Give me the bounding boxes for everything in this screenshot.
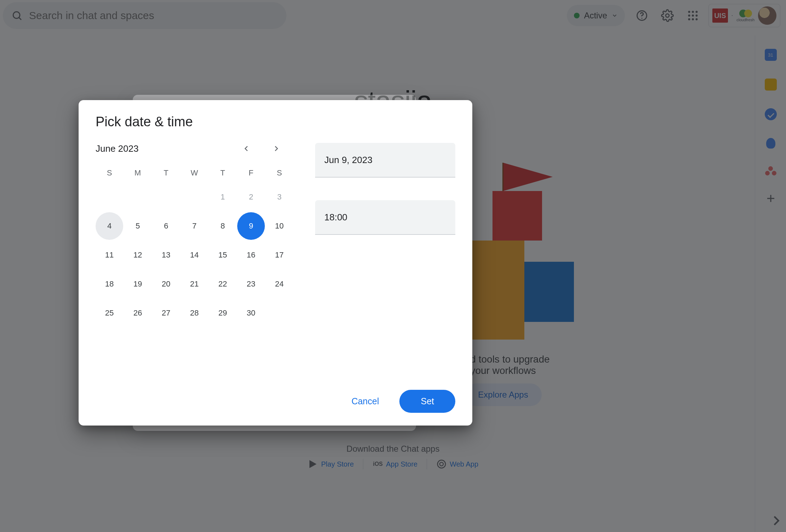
calendar-day[interactable]: 23	[237, 270, 265, 298]
calendar-day[interactable]: 9	[237, 212, 265, 240]
calendar-day[interactable]: 8	[209, 212, 237, 240]
calendar-day[interactable]: 13	[152, 241, 180, 269]
prev-month-button[interactable]	[239, 141, 254, 156]
calendar-day[interactable]: 19	[124, 270, 152, 298]
calendar: June 2023 SMTWTFS12345678910111213141516…	[96, 141, 283, 386]
datetime-inputs: Jun 9, 2023 18:00	[315, 141, 455, 386]
calendar-day[interactable]: 26	[124, 299, 152, 327]
calendar-day[interactable]: 20	[152, 270, 180, 298]
datetime-picker-dialog: Pick date & time June 2023 SMTWTFS123456…	[79, 100, 472, 426]
chevron-right-icon	[272, 145, 280, 152]
calendar-day[interactable]: 24	[266, 270, 293, 298]
calendar-day[interactable]: 21	[181, 270, 208, 298]
calendar-day[interactable]: 2	[237, 183, 265, 211]
calendar-day[interactable]: 10	[266, 212, 293, 240]
calendar-day[interactable]: 1	[209, 183, 237, 211]
calendar-dow: T	[209, 164, 237, 182]
calendar-day[interactable]: 16	[237, 241, 265, 269]
set-button[interactable]: Set	[399, 390, 455, 413]
calendar-month-label: June 2023	[96, 143, 138, 154]
cancel-button[interactable]: Cancel	[340, 390, 391, 413]
dialog-title: Pick date & time	[96, 114, 455, 129]
calendar-day[interactable]: 17	[266, 241, 293, 269]
calendar-day[interactable]: 6	[152, 212, 180, 240]
calendar-dow: M	[124, 164, 152, 182]
time-input[interactable]: 18:00	[315, 200, 455, 235]
calendar-dow: F	[237, 164, 265, 182]
calendar-day[interactable]: 11	[96, 241, 123, 269]
calendar-day[interactable]: 18	[96, 270, 123, 298]
calendar-day[interactable]: 7	[181, 212, 208, 240]
calendar-day[interactable]: 12	[124, 241, 152, 269]
calendar-dow: S	[96, 164, 123, 182]
calendar-day[interactable]: 14	[181, 241, 208, 269]
calendar-day-empty	[96, 183, 123, 211]
calendar-day[interactable]: 5	[124, 212, 152, 240]
calendar-day[interactable]: 22	[209, 270, 237, 298]
calendar-day[interactable]: 30	[237, 299, 265, 327]
calendar-dow: W	[181, 164, 208, 182]
calendar-day[interactable]: 4	[96, 212, 123, 240]
next-month-button[interactable]	[269, 141, 283, 156]
calendar-dow: T	[152, 164, 180, 182]
calendar-day[interactable]: 28	[181, 299, 208, 327]
calendar-day-empty	[266, 299, 293, 327]
calendar-dow: S	[266, 164, 293, 182]
calendar-day[interactable]: 27	[152, 299, 180, 327]
calendar-day-empty	[124, 183, 152, 211]
calendar-day[interactable]: 29	[209, 299, 237, 327]
calendar-day-empty	[152, 183, 180, 211]
chevron-left-icon	[243, 145, 250, 152]
calendar-day[interactable]: 3	[266, 183, 293, 211]
date-input[interactable]: Jun 9, 2023	[315, 143, 455, 178]
calendar-day-empty	[181, 183, 208, 211]
calendar-day[interactable]: 25	[96, 299, 123, 327]
calendar-day[interactable]: 15	[209, 241, 237, 269]
